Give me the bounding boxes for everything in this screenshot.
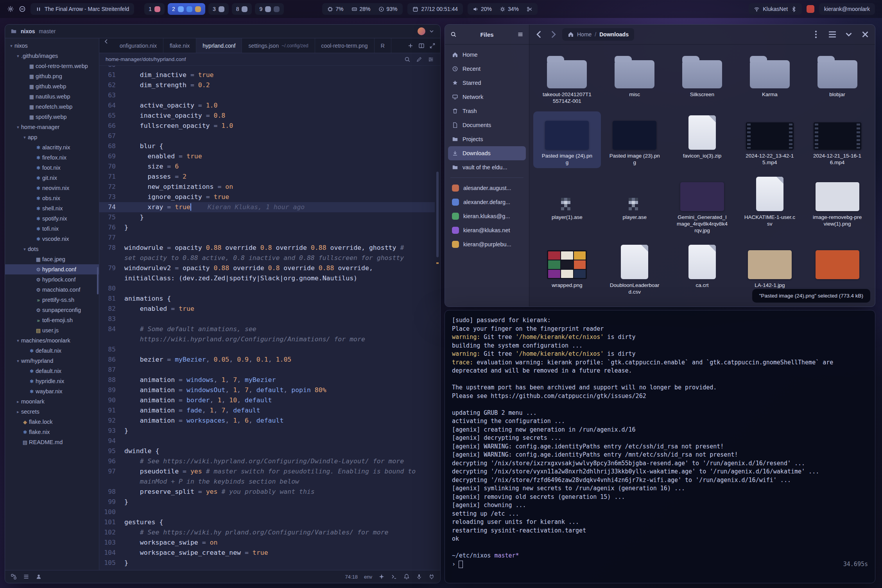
forward-button[interactable] <box>548 29 558 39</box>
tree-item-default-nix[interactable]: ❄default.nix <box>5 366 99 376</box>
code-line[interactable]: 66 fullscreen_opacity = 1.0 <box>99 121 435 131</box>
code-line[interactable]: 94 <box>99 436 435 446</box>
assistant-icon[interactable] <box>378 574 385 580</box>
tree-item-dots[interactable]: ▾dots <box>5 244 99 254</box>
diagnostics-icon[interactable] <box>403 574 410 580</box>
code-line[interactable]: 61 dim_inactive = true <box>99 70 435 80</box>
tree-item-neovim-nix[interactable]: ❄neovim.nix <box>5 183 99 193</box>
code-line[interactable]: 103 workspace_swipe = on <box>99 538 435 548</box>
tree-item-prettify-ss-sh[interactable]: »prettify-ss.sh <box>5 295 99 305</box>
code-line[interactable]: 63 <box>99 90 435 100</box>
code-line[interactable]: 102 # See https://wiki.hy prland.org/Con… <box>99 527 435 538</box>
sidebar-account-alexander-defarg[interactable]: alexander.defarg... <box>448 195 526 209</box>
tab-onfiguration-nix[interactable]: onfiguration.nix <box>113 38 163 53</box>
buffer-search-icon[interactable] <box>404 56 411 63</box>
tree-item-user-js[interactable]: ▤user.js <box>5 325 99 335</box>
sidebar-item-network[interactable]: Network <box>448 90 526 104</box>
sidebar-item-projects[interactable]: Projects <box>448 132 526 146</box>
tree-item-secrets[interactable]: ▸secrets <box>5 407 99 417</box>
tree-item-nautilus-webp[interactable]: ▦nautilus.webp <box>5 91 99 102</box>
workspace-2[interactable]: 2 <box>168 3 205 15</box>
outline-icon[interactable] <box>23 574 29 580</box>
file-item-2024-12-21-15-16-16-mp4[interactable]: 2024-12-21_15-16-16.mp4 <box>803 111 871 168</box>
sidebar-item-home[interactable]: Home <box>448 48 526 62</box>
tab-cool-retro-term-png[interactable]: cool-retro-term.png <box>315 38 375 53</box>
code-line[interactable]: 99} <box>99 497 435 507</box>
code-line[interactable]: 85 <box>99 344 435 355</box>
terminal-window[interactable]: [sudo] password for kierank: Place your … <box>445 310 875 583</box>
code-line[interactable]: 76} <box>99 222 435 233</box>
code-line[interactable]: 77 <box>99 233 435 243</box>
editor[interactable]: 6061 dim_inactive = true62 dim_strength … <box>99 66 440 570</box>
code-line[interactable]: 93} <box>99 426 435 436</box>
extensions-icon[interactable] <box>428 574 435 580</box>
zed-titlebar[interactable]: nixos master <box>5 25 440 38</box>
code-line[interactable]: 62 dim_strength = 0.2 <box>99 80 435 90</box>
code-line[interactable]: 98 preserve_split = yes # you probably w… <box>99 487 435 497</box>
code-line[interactable]: set opacity to 0.88 active, 0.8 inactive… <box>99 253 435 263</box>
breadcrumb-root[interactable]: Home <box>577 31 592 38</box>
code-line[interactable]: 81animations { <box>99 294 435 304</box>
notifications-icon[interactable] <box>19 5 26 13</box>
tab-r[interactable]: R <box>375 38 391 53</box>
back-button[interactable] <box>534 29 544 39</box>
tree-item-tofi-emoji-sh[interactable]: »tofi-emoji.sh <box>5 315 99 325</box>
levels[interactable]: 20% 34% <box>468 3 538 15</box>
file-item-gemini-generated-image-4rqv8k4rqv8k4rqv-jpg[interactable]: Gemini_Generated_Image_4rqv8k4rqv8k4rqv.… <box>669 173 736 236</box>
workspace-1[interactable]: 1 <box>144 3 165 15</box>
tree-item-app[interactable]: ▾app <box>5 132 99 142</box>
workspace-3[interactable]: 3 <box>208 3 229 15</box>
view-options-icon[interactable] <box>844 29 854 39</box>
file-item-image-removebg-preview-1-png[interactable]: image-removebg-preview(1).png <box>803 173 871 236</box>
terminal-prompt[interactable]: › 34.695s <box>452 560 868 569</box>
tree-item-vscode-nix[interactable]: ❄vscode.nix <box>5 234 99 244</box>
collab-icon[interactable] <box>36 574 42 580</box>
tree-item-firefox-nix[interactable]: ❄firefox.nix <box>5 152 99 163</box>
file-item-misc[interactable]: misc <box>601 50 669 107</box>
code-line[interactable]: 67 <box>99 131 435 141</box>
tree-item-flake-lock[interactable]: ◆flake.lock <box>5 417 99 427</box>
code-line[interactable]: 87 <box>99 365 435 375</box>
file-item-silkscreen[interactable]: Silkscreen <box>669 50 736 107</box>
code-line[interactable]: 74 xray = trueKieran Klukas, 1 hour ago <box>99 202 435 212</box>
nav-back-icon[interactable] <box>99 38 113 45</box>
code-line[interactable]: 71 passes = 2 <box>99 172 435 182</box>
project-diagram-icon[interactable] <box>11 574 17 580</box>
breadcrumb[interactable]: home-manager/dots/hyprland.conf <box>106 56 186 62</box>
tree-item-home-manager[interactable]: ▾home-manager <box>5 122 99 132</box>
tray-icon[interactable] <box>807 5 814 13</box>
file-item-player-1-ase[interactable]: player(1).ase <box>533 173 601 236</box>
code-line[interactable]: 106 <box>99 568 435 570</box>
code-line[interactable]: 60 <box>99 66 435 70</box>
code-line[interactable]: 101gestures { <box>99 517 435 527</box>
tree-item-hypridle-nix[interactable]: ❄hypridle.nix <box>5 376 99 386</box>
workspace-8[interactable]: 8 <box>232 3 252 15</box>
file-item-hackatime-1-user-csv[interactable]: HACKATIME-1-user.csv <box>736 173 803 236</box>
code-line[interactable]: 73 ignore_opacity = true <box>99 192 435 202</box>
network-indicator[interactable]: KlukasNet <box>749 3 802 15</box>
tab-hyprland-conf[interactable]: hyprland.conf <box>196 38 242 53</box>
sidebar-account-kieran-klukas-g[interactable]: kieran.klukas@g... <box>448 209 526 223</box>
code-line[interactable]: 90 animation = border, 1, 10, default <box>99 395 435 405</box>
tree-item-github-images[interactable]: ▾.github/images <box>5 51 99 61</box>
screenshot-icon[interactable] <box>527 6 532 12</box>
tree-item-face-jpeg[interactable]: ▦face.jpeg <box>5 254 99 264</box>
code-line[interactable]: 97 pseudotile = yes # master switch for … <box>99 466 435 477</box>
code-line[interactable]: 96 # See https://wiki.hyprland.org/Confi… <box>99 456 435 466</box>
maximize-pane-icon[interactable] <box>429 43 436 49</box>
sidebar-account-kieran-purplebu[interactable]: kieran@purplebu... <box>448 237 526 251</box>
tree-item-macchiato-conf[interactable]: ⚙macchiato.conf <box>5 285 99 295</box>
project-name[interactable]: nixos <box>21 28 35 34</box>
code-line[interactable]: 75 } <box>99 212 435 222</box>
code-line[interactable]: 79windowrulev2 = opacity 0.88 override 0… <box>99 263 435 273</box>
more-menu-icon[interactable] <box>811 29 821 39</box>
code-line[interactable]: 83 <box>99 314 435 324</box>
code-line[interactable]: https://wiki.hyprland.org/Configuring/An… <box>99 334 435 344</box>
chevron-down-icon[interactable] <box>428 28 435 34</box>
tree-item-default-nix[interactable]: ❄default.nix <box>5 346 99 356</box>
sidebar-account-alesander-august[interactable]: alesander.august... <box>448 181 526 195</box>
breadcrumb-current[interactable]: Downloads <box>599 31 629 38</box>
breadcrumb[interactable]: Home / Downloads <box>562 28 634 41</box>
media-player[interactable]: The Final Arrow - Marc Streitenfeld <box>30 3 134 15</box>
inline-assist-icon[interactable] <box>416 56 422 63</box>
